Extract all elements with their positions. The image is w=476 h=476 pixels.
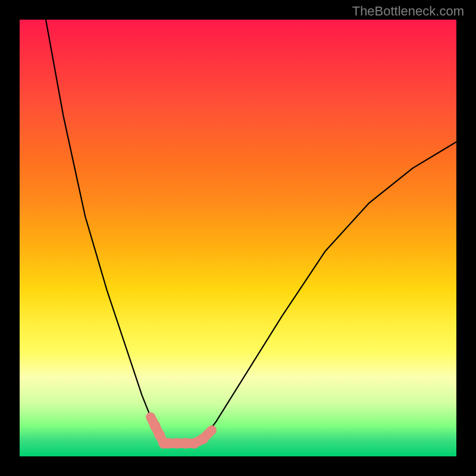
chart-plot-area (20, 20, 456, 456)
marker-point (147, 414, 154, 421)
marker-point (198, 434, 208, 444)
marker-point (208, 427, 215, 434)
bottleneck-curves (46, 20, 456, 443)
right-curve (203, 142, 456, 439)
hardware-markers (147, 414, 215, 449)
left-curve (46, 20, 164, 443)
watermark-text: TheBottleneck.com (352, 4, 464, 19)
chart-svg (20, 20, 456, 456)
